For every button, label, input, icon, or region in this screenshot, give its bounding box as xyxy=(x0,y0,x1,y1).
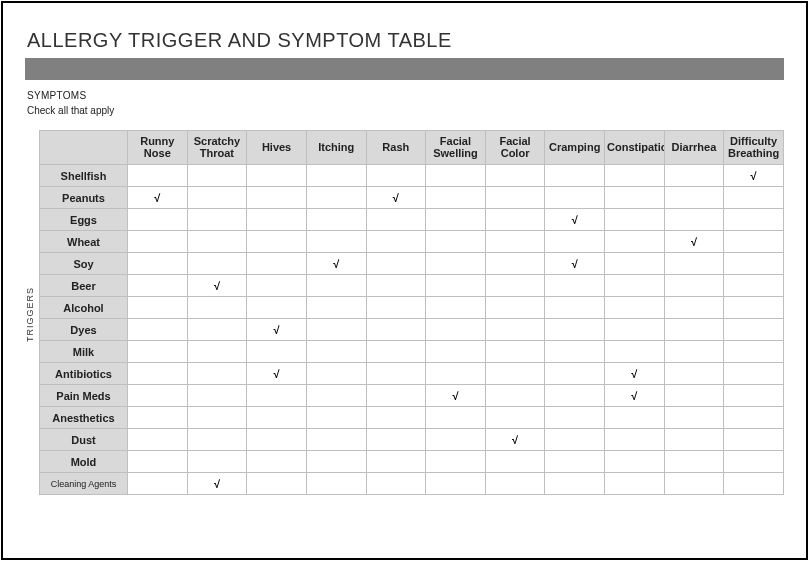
cell[interactable] xyxy=(366,165,426,187)
cell[interactable]: √ xyxy=(724,165,784,187)
cell[interactable] xyxy=(426,341,486,363)
cell[interactable] xyxy=(187,209,247,231)
cell[interactable] xyxy=(128,341,188,363)
cell[interactable] xyxy=(724,209,784,231)
cell[interactable] xyxy=(545,231,605,253)
cell[interactable]: √ xyxy=(605,385,665,407)
cell[interactable] xyxy=(545,165,605,187)
cell[interactable] xyxy=(724,319,784,341)
cell[interactable] xyxy=(366,451,426,473)
cell[interactable] xyxy=(545,187,605,209)
cell[interactable] xyxy=(485,473,545,495)
cell[interactable] xyxy=(664,407,724,429)
cell[interactable] xyxy=(187,385,247,407)
cell[interactable] xyxy=(306,473,366,495)
cell[interactable] xyxy=(664,209,724,231)
cell[interactable] xyxy=(485,275,545,297)
cell[interactable] xyxy=(485,363,545,385)
cell[interactable]: √ xyxy=(545,209,605,231)
cell[interactable]: √ xyxy=(247,319,307,341)
cell[interactable] xyxy=(247,253,307,275)
cell[interactable] xyxy=(128,363,188,385)
cell[interactable] xyxy=(664,187,724,209)
cell[interactable] xyxy=(187,187,247,209)
cell[interactable] xyxy=(724,231,784,253)
cell[interactable]: √ xyxy=(187,473,247,495)
cell[interactable]: √ xyxy=(366,187,426,209)
cell[interactable] xyxy=(366,275,426,297)
cell[interactable] xyxy=(247,341,307,363)
cell[interactable] xyxy=(724,187,784,209)
cell[interactable] xyxy=(605,297,665,319)
cell[interactable] xyxy=(306,429,366,451)
cell[interactable] xyxy=(247,297,307,319)
cell[interactable] xyxy=(366,297,426,319)
cell[interactable] xyxy=(724,297,784,319)
cell[interactable] xyxy=(426,165,486,187)
cell[interactable] xyxy=(664,363,724,385)
cell[interactable] xyxy=(426,187,486,209)
cell[interactable] xyxy=(485,187,545,209)
cell[interactable] xyxy=(366,209,426,231)
cell[interactable] xyxy=(426,275,486,297)
cell[interactable] xyxy=(366,231,426,253)
cell[interactable] xyxy=(247,429,307,451)
cell[interactable] xyxy=(664,473,724,495)
cell[interactable] xyxy=(724,385,784,407)
cell[interactable]: √ xyxy=(545,253,605,275)
cell[interactable] xyxy=(426,363,486,385)
cell[interactable] xyxy=(306,297,366,319)
cell[interactable] xyxy=(426,451,486,473)
cell[interactable] xyxy=(485,385,545,407)
cell[interactable] xyxy=(128,209,188,231)
cell[interactable] xyxy=(128,275,188,297)
cell[interactable] xyxy=(545,429,605,451)
cell[interactable] xyxy=(128,231,188,253)
cell[interactable] xyxy=(605,253,665,275)
cell[interactable] xyxy=(605,187,665,209)
cell[interactable] xyxy=(187,407,247,429)
cell[interactable] xyxy=(485,341,545,363)
cell[interactable] xyxy=(545,473,605,495)
cell[interactable] xyxy=(366,473,426,495)
cell[interactable] xyxy=(128,429,188,451)
cell[interactable] xyxy=(605,275,665,297)
cell[interactable] xyxy=(545,341,605,363)
cell[interactable] xyxy=(426,473,486,495)
cell[interactable] xyxy=(605,209,665,231)
cell[interactable] xyxy=(426,209,486,231)
cell[interactable] xyxy=(247,385,307,407)
cell[interactable] xyxy=(306,187,366,209)
cell[interactable] xyxy=(485,209,545,231)
cell[interactable] xyxy=(664,253,724,275)
cell[interactable] xyxy=(664,385,724,407)
cell[interactable] xyxy=(366,385,426,407)
cell[interactable] xyxy=(605,319,665,341)
cell[interactable] xyxy=(306,231,366,253)
cell[interactable] xyxy=(545,363,605,385)
cell[interactable] xyxy=(187,341,247,363)
cell[interactable] xyxy=(128,385,188,407)
cell[interactable] xyxy=(187,165,247,187)
cell[interactable] xyxy=(128,407,188,429)
cell[interactable] xyxy=(366,319,426,341)
cell[interactable] xyxy=(485,297,545,319)
cell[interactable] xyxy=(306,319,366,341)
cell[interactable] xyxy=(366,253,426,275)
cell[interactable] xyxy=(247,473,307,495)
cell[interactable] xyxy=(247,407,307,429)
cell[interactable] xyxy=(128,473,188,495)
cell[interactable] xyxy=(306,385,366,407)
cell[interactable]: √ xyxy=(485,429,545,451)
cell[interactable] xyxy=(128,319,188,341)
cell[interactable]: √ xyxy=(426,385,486,407)
cell[interactable] xyxy=(545,451,605,473)
cell[interactable] xyxy=(485,231,545,253)
cell[interactable] xyxy=(128,253,188,275)
cell[interactable] xyxy=(247,187,307,209)
cell[interactable] xyxy=(485,319,545,341)
cell[interactable] xyxy=(605,165,665,187)
cell[interactable] xyxy=(605,451,665,473)
cell[interactable] xyxy=(664,429,724,451)
cell[interactable] xyxy=(426,429,486,451)
